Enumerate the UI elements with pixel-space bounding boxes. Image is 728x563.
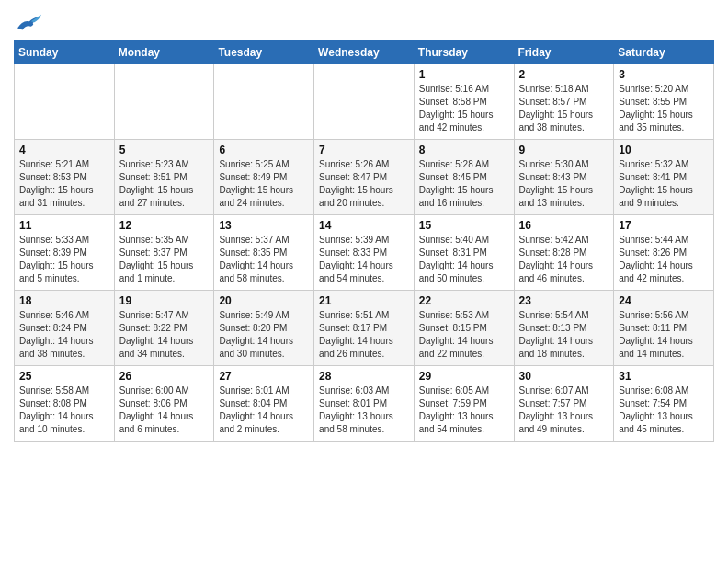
weekday-header-thursday: Thursday bbox=[414, 41, 514, 64]
day-number: 21 bbox=[319, 294, 409, 307]
day-cell-10: 10Sunrise: 5:32 AM Sunset: 8:41 PM Dayli… bbox=[614, 140, 714, 215]
day-cell-9: 9Sunrise: 5:30 AM Sunset: 8:43 PM Daylig… bbox=[514, 140, 614, 215]
day-info: Sunrise: 5:23 AM Sunset: 8:51 PM Dayligh… bbox=[119, 158, 210, 210]
day-cell-4: 4Sunrise: 5:21 AM Sunset: 8:53 PM Daylig… bbox=[15, 140, 115, 215]
logo-bird-icon bbox=[16, 13, 41, 35]
day-info: Sunrise: 5:44 AM Sunset: 8:26 PM Dayligh… bbox=[619, 234, 709, 285]
day-number: 7 bbox=[319, 144, 409, 156]
day-info: Sunrise: 5:51 AM Sunset: 8:17 PM Dayligh… bbox=[319, 309, 409, 361]
day-info: Sunrise: 5:30 AM Sunset: 8:43 PM Dayligh… bbox=[519, 158, 609, 210]
day-info: Sunrise: 6:05 AM Sunset: 7:59 PM Dayligh… bbox=[419, 385, 509, 436]
day-number: 12 bbox=[119, 219, 210, 232]
day-number: 25 bbox=[19, 370, 109, 383]
day-info: Sunrise: 5:46 AM Sunset: 8:24 PM Dayligh… bbox=[19, 309, 109, 361]
day-info: Sunrise: 5:54 AM Sunset: 8:13 PM Dayligh… bbox=[519, 309, 609, 361]
day-number: 1 bbox=[419, 68, 509, 81]
day-number: 23 bbox=[519, 294, 609, 307]
day-cell-6: 6Sunrise: 5:25 AM Sunset: 8:49 PM Daylig… bbox=[214, 140, 314, 215]
day-cell-21: 21Sunrise: 5:51 AM Sunset: 8:17 PM Dayli… bbox=[314, 291, 415, 366]
week-row-5: 25Sunrise: 5:58 AM Sunset: 8:08 PM Dayli… bbox=[15, 366, 714, 442]
weekday-header-saturday: Saturday bbox=[614, 41, 714, 64]
day-info: Sunrise: 5:53 AM Sunset: 8:15 PM Dayligh… bbox=[419, 309, 509, 361]
day-number: 27 bbox=[219, 370, 309, 383]
day-info: Sunrise: 5:18 AM Sunset: 8:57 PM Dayligh… bbox=[519, 83, 609, 134]
weekday-header-monday: Monday bbox=[114, 41, 214, 64]
day-number: 11 bbox=[19, 219, 109, 232]
day-cell-8: 8Sunrise: 5:28 AM Sunset: 8:45 PM Daylig… bbox=[414, 140, 514, 215]
day-info: Sunrise: 5:39 AM Sunset: 8:33 PM Dayligh… bbox=[319, 234, 409, 285]
day-number: 3 bbox=[619, 68, 709, 81]
day-cell-12: 12Sunrise: 5:35 AM Sunset: 8:37 PM Dayli… bbox=[114, 215, 214, 291]
day-info: Sunrise: 6:07 AM Sunset: 7:57 PM Dayligh… bbox=[519, 385, 609, 436]
day-number: 2 bbox=[519, 68, 609, 81]
day-cell-30: 30Sunrise: 6:07 AM Sunset: 7:57 PM Dayli… bbox=[514, 366, 614, 442]
day-number: 20 bbox=[219, 294, 309, 307]
weekday-header-sunday: Sunday bbox=[15, 41, 115, 64]
day-cell-15: 15Sunrise: 5:40 AM Sunset: 8:31 PM Dayli… bbox=[414, 215, 514, 291]
day-number: 26 bbox=[119, 370, 210, 383]
day-info: Sunrise: 5:25 AM Sunset: 8:49 PM Dayligh… bbox=[219, 158, 309, 210]
day-cell-24: 24Sunrise: 5:56 AM Sunset: 8:11 PM Dayli… bbox=[614, 291, 714, 366]
day-cell-13: 13Sunrise: 5:37 AM Sunset: 8:35 PM Dayli… bbox=[214, 215, 314, 291]
day-number: 14 bbox=[319, 219, 409, 232]
day-number: 28 bbox=[319, 370, 409, 383]
week-row-2: 4Sunrise: 5:21 AM Sunset: 8:53 PM Daylig… bbox=[15, 140, 714, 215]
day-info: Sunrise: 5:20 AM Sunset: 8:55 PM Dayligh… bbox=[619, 83, 709, 134]
day-info: Sunrise: 6:00 AM Sunset: 8:06 PM Dayligh… bbox=[119, 385, 210, 436]
day-cell-19: 19Sunrise: 5:47 AM Sunset: 8:22 PM Dayli… bbox=[114, 291, 214, 366]
day-number: 19 bbox=[119, 294, 210, 307]
day-number: 13 bbox=[219, 219, 309, 232]
day-cell-14: 14Sunrise: 5:39 AM Sunset: 8:33 PM Dayli… bbox=[314, 215, 415, 291]
day-cell-20: 20Sunrise: 5:49 AM Sunset: 8:20 PM Dayli… bbox=[214, 291, 314, 366]
weekday-header-tuesday: Tuesday bbox=[214, 41, 314, 64]
day-cell-18: 18Sunrise: 5:46 AM Sunset: 8:24 PM Dayli… bbox=[15, 291, 115, 366]
day-number: 6 bbox=[219, 144, 309, 156]
day-number: 5 bbox=[119, 144, 210, 156]
day-cell-25: 25Sunrise: 5:58 AM Sunset: 8:08 PM Dayli… bbox=[15, 366, 115, 442]
day-cell-23: 23Sunrise: 5:54 AM Sunset: 8:13 PM Dayli… bbox=[514, 291, 614, 366]
header bbox=[14, 9, 714, 35]
calendar-page: SundayMondayTuesdayWednesdayThursdayFrid… bbox=[0, 0, 728, 451]
day-info: Sunrise: 5:56 AM Sunset: 8:11 PM Dayligh… bbox=[619, 309, 709, 361]
day-info: Sunrise: 5:37 AM Sunset: 8:35 PM Dayligh… bbox=[219, 234, 309, 285]
day-cell-26: 26Sunrise: 6:00 AM Sunset: 8:06 PM Dayli… bbox=[114, 366, 214, 442]
day-number: 8 bbox=[419, 144, 509, 156]
day-number: 29 bbox=[419, 370, 509, 383]
day-info: Sunrise: 5:42 AM Sunset: 8:28 PM Dayligh… bbox=[519, 234, 609, 285]
day-cell-7: 7Sunrise: 5:26 AM Sunset: 8:47 PM Daylig… bbox=[314, 140, 415, 215]
week-row-4: 18Sunrise: 5:46 AM Sunset: 8:24 PM Dayli… bbox=[15, 291, 714, 366]
day-number: 17 bbox=[619, 219, 709, 232]
weekday-header-row: SundayMondayTuesdayWednesdayThursdayFrid… bbox=[15, 41, 714, 64]
day-cell-27: 27Sunrise: 6:01 AM Sunset: 8:04 PM Dayli… bbox=[214, 366, 314, 442]
day-info: Sunrise: 5:21 AM Sunset: 8:53 PM Dayligh… bbox=[19, 158, 109, 210]
day-info: Sunrise: 5:35 AM Sunset: 8:37 PM Dayligh… bbox=[119, 234, 210, 285]
day-number: 9 bbox=[519, 144, 609, 156]
day-info: Sunrise: 5:32 AM Sunset: 8:41 PM Dayligh… bbox=[619, 158, 709, 210]
day-number: 24 bbox=[619, 294, 709, 307]
day-cell-29: 29Sunrise: 6:05 AM Sunset: 7:59 PM Dayli… bbox=[414, 366, 514, 442]
day-cell-2: 2Sunrise: 5:18 AM Sunset: 8:57 PM Daylig… bbox=[514, 64, 614, 140]
day-number: 16 bbox=[519, 219, 609, 232]
day-info: Sunrise: 6:03 AM Sunset: 8:01 PM Dayligh… bbox=[319, 385, 409, 436]
day-number: 22 bbox=[419, 294, 509, 307]
day-info: Sunrise: 6:08 AM Sunset: 7:54 PM Dayligh… bbox=[619, 385, 709, 436]
empty-cell bbox=[314, 64, 415, 140]
day-cell-16: 16Sunrise: 5:42 AM Sunset: 8:28 PM Dayli… bbox=[514, 215, 614, 291]
day-info: Sunrise: 5:28 AM Sunset: 8:45 PM Dayligh… bbox=[419, 158, 509, 210]
day-info: Sunrise: 5:47 AM Sunset: 8:22 PM Dayligh… bbox=[119, 309, 210, 361]
day-cell-3: 3Sunrise: 5:20 AM Sunset: 8:55 PM Daylig… bbox=[614, 64, 714, 140]
week-row-3: 11Sunrise: 5:33 AM Sunset: 8:39 PM Dayli… bbox=[15, 215, 714, 291]
day-cell-22: 22Sunrise: 5:53 AM Sunset: 8:15 PM Dayli… bbox=[414, 291, 514, 366]
day-info: Sunrise: 5:33 AM Sunset: 8:39 PM Dayligh… bbox=[19, 234, 109, 285]
day-number: 15 bbox=[419, 219, 509, 232]
day-info: Sunrise: 5:16 AM Sunset: 8:58 PM Dayligh… bbox=[419, 83, 509, 134]
day-cell-11: 11Sunrise: 5:33 AM Sunset: 8:39 PM Dayli… bbox=[15, 215, 115, 291]
day-cell-1: 1Sunrise: 5:16 AM Sunset: 8:58 PM Daylig… bbox=[414, 64, 514, 140]
day-cell-31: 31Sunrise: 6:08 AM Sunset: 7:54 PM Dayli… bbox=[614, 366, 714, 442]
day-number: 18 bbox=[19, 294, 109, 307]
week-row-1: 1Sunrise: 5:16 AM Sunset: 8:58 PM Daylig… bbox=[15, 64, 714, 140]
day-info: Sunrise: 5:58 AM Sunset: 8:08 PM Dayligh… bbox=[19, 385, 109, 436]
logo bbox=[14, 13, 41, 35]
day-cell-5: 5Sunrise: 5:23 AM Sunset: 8:51 PM Daylig… bbox=[114, 140, 214, 215]
day-info: Sunrise: 6:01 AM Sunset: 8:04 PM Dayligh… bbox=[219, 385, 309, 436]
